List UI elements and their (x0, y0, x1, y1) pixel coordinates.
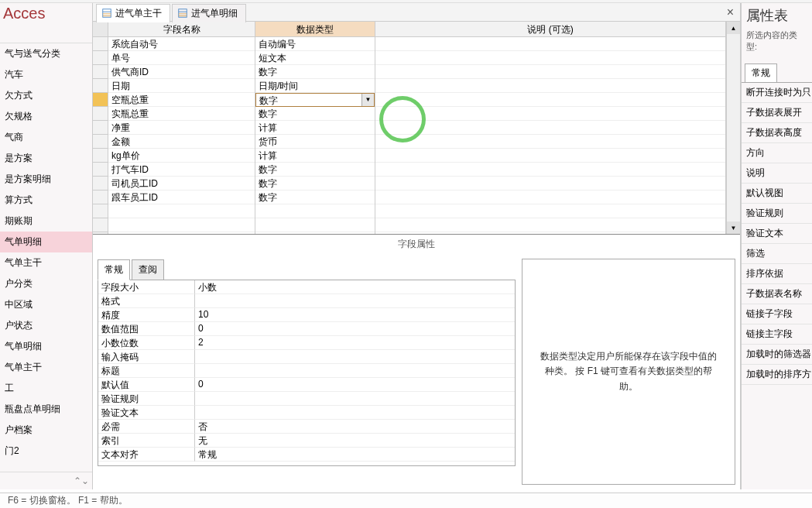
nav-item[interactable]: 气与送气分类 (0, 43, 92, 64)
props-value[interactable] (195, 392, 515, 406)
data-type-cell[interactable] (255, 218, 375, 232)
data-type-cell[interactable]: 数字 (255, 65, 375, 79)
description-cell[interactable] (375, 51, 725, 65)
props-value[interactable] (195, 364, 515, 378)
property-sheet-item[interactable]: 加载时的排序方 (742, 365, 812, 385)
props-value[interactable]: 10 (195, 308, 515, 322)
props-value[interactable]: 常规 (195, 448, 515, 462)
nav-item[interactable]: 气单主干 (0, 252, 92, 273)
row-selector[interactable] (93, 51, 108, 65)
row-selector[interactable] (93, 79, 108, 93)
field-name-cell[interactable]: 净重 (108, 121, 255, 135)
property-sheet-item[interactable]: 验证规则 (742, 204, 812, 224)
description-cell[interactable] (375, 190, 725, 204)
nav-item[interactable]: 中区域 (0, 294, 92, 315)
property-sheet-item[interactable]: 验证文本 (742, 224, 812, 244)
field-name-cell[interactable]: 打气车ID (108, 163, 255, 177)
props-value[interactable] (195, 350, 515, 364)
nav-item[interactable]: 户档案 (0, 420, 92, 441)
nav-item[interactable]: 气单主干 (0, 357, 92, 378)
col-header-description[interactable]: 说明 (可选) (375, 22, 725, 37)
property-sheet-item[interactable]: 子数据表展开 (742, 103, 812, 123)
row-selector[interactable] (93, 149, 108, 163)
data-type-cell[interactable]: 自动编号 (255, 37, 375, 51)
field-name-cell[interactable]: 日期 (108, 79, 255, 93)
props-tab-general[interactable]: 常规 (98, 259, 130, 280)
property-sheet-item[interactable]: 链接主字段 (742, 324, 812, 345)
props-value[interactable]: 无 (195, 434, 515, 448)
property-sheet-item[interactable]: 子数据表名称 (742, 284, 812, 304)
description-cell[interactable] (375, 37, 725, 51)
nav-item[interactable]: 气单明细 (0, 336, 92, 357)
row-selector[interactable] (93, 177, 108, 190)
props-value[interactable]: 0 (195, 322, 515, 336)
field-name-cell[interactable]: kg单价 (108, 149, 255, 163)
tab[interactable]: 进气单主干 (96, 4, 170, 22)
description-cell[interactable] (375, 177, 725, 190)
property-sheet-item[interactable]: 默认视图 (742, 184, 812, 204)
description-cell[interactable] (375, 204, 725, 218)
field-name-cell[interactable]: 司机员工ID (108, 177, 255, 190)
description-cell[interactable] (375, 149, 725, 163)
field-name-cell[interactable] (108, 218, 255, 232)
data-type-cell[interactable]: 数字▼ (255, 93, 375, 107)
nav-item[interactable]: 户分类 (0, 273, 92, 294)
nav-item[interactable]: 算方式 (0, 190, 92, 211)
tab[interactable]: 进气单明细 (172, 4, 246, 22)
data-type-cell[interactable]: 数字 (255, 190, 375, 204)
property-sheet-item[interactable]: 子数据表高度 (742, 123, 812, 143)
data-type-cell[interactable]: 货币 (255, 135, 375, 149)
description-cell[interactable] (375, 107, 725, 121)
nav-item[interactable]: 是方案 (0, 148, 92, 169)
row-selector[interactable] (93, 93, 108, 107)
nav-item[interactable]: 气单明细 (0, 232, 92, 252)
field-name-cell[interactable]: 供气商ID (108, 65, 255, 79)
property-sheet-item[interactable]: 说明 (742, 163, 812, 184)
row-selector[interactable] (93, 204, 108, 218)
props-value[interactable] (195, 294, 515, 308)
scroll-down-icon[interactable]: ▼ (727, 221, 740, 234)
chevron-up-down-icon[interactable]: ⌃⌄ (74, 475, 89, 486)
property-sheet-tab-general[interactable]: 常规 (745, 64, 777, 82)
nav-item[interactable]: 欠规格 (0, 106, 92, 127)
data-type-cell[interactable] (255, 204, 375, 218)
nav-item[interactable]: 欠方式 (0, 85, 92, 106)
property-sheet-item[interactable]: 排序依据 (742, 264, 812, 284)
nav-item[interactable]: 门2 (0, 441, 92, 462)
description-cell[interactable] (375, 163, 725, 177)
dropdown-icon[interactable]: ▼ (361, 94, 374, 106)
col-header-datatype[interactable]: 数据类型 (255, 22, 375, 37)
row-selector[interactable] (93, 135, 108, 149)
description-cell[interactable] (375, 65, 725, 79)
props-value[interactable]: 2 (195, 336, 515, 350)
props-value[interactable]: 小数 (195, 280, 515, 294)
vertical-scrollbar[interactable]: ▲ ▼ (726, 22, 740, 234)
nav-item[interactable]: 户状态 (0, 315, 92, 336)
field-name-cell[interactable] (108, 204, 255, 218)
row-selector[interactable] (93, 65, 108, 79)
nav-item[interactable]: 气商 (0, 127, 92, 148)
property-sheet-item[interactable]: 链接子字段 (742, 304, 812, 324)
nav-item[interactable]: 瓶盘点单明细 (0, 399, 92, 420)
data-type-cell[interactable]: 日期/时间 (255, 79, 375, 93)
row-selector[interactable] (93, 163, 108, 177)
nav-item[interactable]: 是方案明细 (0, 169, 92, 190)
description-cell[interactable] (375, 121, 725, 135)
props-tab-lookup[interactable]: 查阅 (132, 259, 164, 280)
data-type-cell[interactable]: 数字 (255, 107, 375, 121)
nav-item[interactable]: 汽车 (0, 64, 92, 85)
field-name-cell[interactable]: 单号 (108, 51, 255, 65)
description-cell[interactable] (375, 79, 725, 93)
field-name-cell[interactable]: 跟车员工ID (108, 190, 255, 204)
row-selector[interactable] (93, 37, 108, 51)
row-selector[interactable] (93, 190, 108, 204)
row-selector[interactable] (93, 107, 108, 121)
description-cell[interactable] (375, 218, 725, 232)
data-type-cell[interactable]: 计算 (255, 121, 375, 135)
property-sheet-item[interactable]: 加载时的筛选器 (742, 345, 812, 365)
field-name-cell[interactable]: 系统自动号 (108, 37, 255, 51)
description-cell[interactable] (375, 135, 725, 149)
description-cell[interactable] (375, 93, 725, 107)
field-name-cell[interactable]: 金额 (108, 135, 255, 149)
props-value[interactable]: 否 (195, 420, 515, 434)
